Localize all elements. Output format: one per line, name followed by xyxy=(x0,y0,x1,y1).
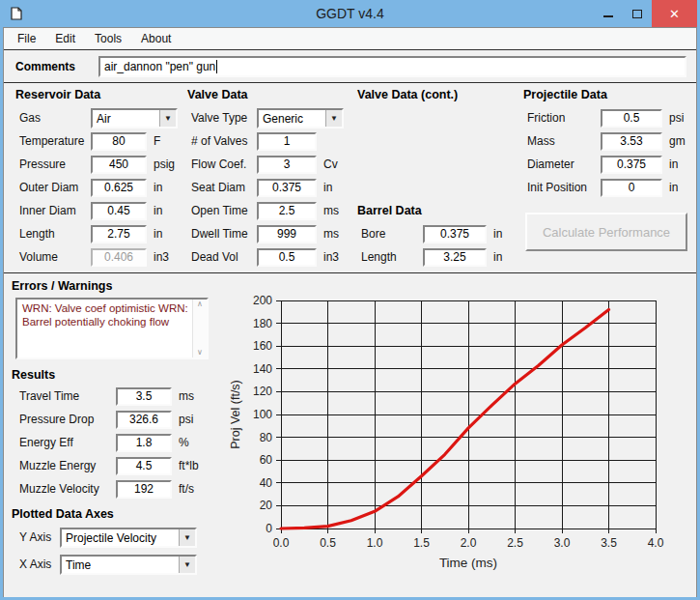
flow-coef-field[interactable]: 3 xyxy=(257,156,317,174)
reservoir-data-section: Reservoir Data Gas Air ▼ Temperature 80 … xyxy=(12,83,182,269)
seat-diam-unit: in xyxy=(323,181,332,194)
calculate-performance-button[interactable]: Calculate Performance xyxy=(525,213,687,251)
comments-input[interactable]: air_dannon "pen" gun xyxy=(98,56,686,77)
init-position-label: Init Position xyxy=(519,181,601,194)
inner-diam-unit: in xyxy=(154,204,162,217)
comments-label: Comments xyxy=(15,60,98,73)
energy-eff-label: Energy Eff xyxy=(15,436,116,449)
dwell-time-label: Dwell Time xyxy=(183,227,257,241)
reservoir-length-unit: in xyxy=(154,227,162,241)
mass-label: Mass xyxy=(519,134,601,148)
friction-unit: psi xyxy=(669,111,684,125)
muzzle-energy-label: Muzzle Energy xyxy=(15,459,116,472)
svg-text:3.5: 3.5 xyxy=(601,536,617,550)
pressure-unit: psig xyxy=(154,157,175,171)
valve-type-select[interactable]: Generic ▼ xyxy=(257,108,344,129)
energy-eff-field: 1.8 xyxy=(116,434,172,452)
close-icon: ✕ xyxy=(669,7,680,21)
pressure-label: Pressure xyxy=(12,157,91,171)
scroll-up-icon[interactable]: ∧ xyxy=(197,300,203,308)
reservoir-length-label: Length xyxy=(12,227,91,241)
num-valves-field[interactable]: 1 xyxy=(257,132,317,151)
volume-field: 0.406 xyxy=(91,248,147,267)
init-position-unit: in xyxy=(669,181,678,194)
diameter-field[interactable]: 0.375 xyxy=(601,156,662,174)
init-position-field[interactable]: 0 xyxy=(601,179,662,197)
svg-text:20: 20 xyxy=(260,499,273,512)
gas-label: Gas xyxy=(12,111,91,125)
chevron-down-icon[interactable]: ▼ xyxy=(179,529,195,546)
chevron-down-icon[interactable]: ▼ xyxy=(325,110,342,127)
barrel-length-unit: in xyxy=(493,250,502,264)
comments-row: Comments air_dannon "pen" gun xyxy=(4,50,696,82)
menu-item-file[interactable]: File xyxy=(8,30,45,47)
reservoir-header: Reservoir Data xyxy=(12,83,182,106)
warnings-scrollbar[interactable]: ∧ ∨ xyxy=(192,300,207,357)
volume-label: Volume xyxy=(12,250,91,264)
warnings-text: WRN: Valve coef optimistic WRN: Barrel p… xyxy=(17,300,192,357)
svg-text:3.0: 3.0 xyxy=(554,536,571,550)
chevron-down-icon[interactable]: ▼ xyxy=(159,110,176,127)
svg-text:160: 160 xyxy=(253,339,272,353)
projectile-header: Projectile Data xyxy=(519,83,695,106)
open-time-field[interactable]: 2.5 xyxy=(257,202,317,220)
chart-ylabel: Proj Vel (ft/s) xyxy=(229,380,242,449)
svg-text:40: 40 xyxy=(260,476,273,490)
temperature-field[interactable]: 80 xyxy=(91,132,147,151)
barrel-header: Barrel Data xyxy=(353,199,519,222)
valve-type-value: Generic xyxy=(259,110,325,127)
scroll-down-icon[interactable]: ∨ xyxy=(197,349,203,357)
muzzle-velocity-unit: ft/s xyxy=(179,482,194,496)
maximize-button[interactable] xyxy=(623,0,652,27)
dwell-time-field[interactable]: 999 xyxy=(257,225,317,243)
menu-item-about[interactable]: About xyxy=(131,30,181,47)
seat-diam-field[interactable]: 0.375 xyxy=(257,179,317,197)
travel-time-unit: ms xyxy=(179,389,194,403)
valve-header: Valve Data xyxy=(183,83,351,106)
menu-item-tools[interactable]: Tools xyxy=(85,30,131,47)
comments-value: air_dannon "pen" gun xyxy=(104,60,215,73)
bore-field[interactable]: 0.375 xyxy=(423,225,487,243)
left-panel: Errors / Warnings WRN: Valve coef optimi… xyxy=(4,273,222,596)
svg-text:200: 200 xyxy=(253,294,272,307)
diameter-unit: in xyxy=(669,157,678,171)
muzzle-energy-unit: ft*lb xyxy=(179,459,199,472)
outer-diam-field[interactable]: 0.625 xyxy=(91,179,147,197)
titlebar: GGDT v4.4 ✕ xyxy=(3,0,697,27)
x-axis-select[interactable]: Time ▼ xyxy=(60,555,197,575)
muzzle-velocity-field: 192 xyxy=(116,480,172,499)
inner-diam-label: Inner Diam xyxy=(12,204,91,217)
errors-warnings-header: Errors / Warnings xyxy=(4,279,222,293)
num-valves-label: # of Valves xyxy=(183,134,257,148)
energy-eff-unit: % xyxy=(179,436,189,449)
svg-text:0.5: 0.5 xyxy=(320,536,336,550)
close-button[interactable]: ✕ xyxy=(652,0,697,27)
pressure-drop-field: 326.6 xyxy=(116,411,172,429)
pressure-drop-unit: psi xyxy=(179,413,193,426)
chevron-down-icon[interactable]: ▼ xyxy=(179,557,195,573)
y-axis-select[interactable]: Projectile Velocity ▼ xyxy=(60,528,197,548)
dead-vol-field[interactable]: 0.5 xyxy=(257,248,317,267)
gas-select[interactable]: Air ▼ xyxy=(91,108,178,129)
minimize-button[interactable] xyxy=(594,0,623,27)
mass-field[interactable]: 3.53 xyxy=(601,132,662,151)
pressure-field[interactable]: 450 xyxy=(91,156,147,174)
svg-text:1.0: 1.0 xyxy=(367,536,383,550)
menu-item-edit[interactable]: Edit xyxy=(45,30,85,47)
errors-warnings-box[interactable]: WRN: Valve coef optimistic WRN: Barrel p… xyxy=(15,298,209,359)
friction-field[interactable]: 0.5 xyxy=(601,109,662,128)
svg-text:100: 100 xyxy=(253,408,272,421)
valve-type-label: Valve Type xyxy=(183,111,257,125)
pressure-drop-label: Pressure Drop xyxy=(15,413,116,426)
inner-diam-field[interactable]: 0.45 xyxy=(91,202,147,220)
reservoir-length-field[interactable]: 2.75 xyxy=(91,225,147,243)
svg-text:2.5: 2.5 xyxy=(507,536,523,550)
outer-diam-unit: in xyxy=(154,181,162,194)
window-content: File Edit Tools About Comments air_danno… xyxy=(3,27,697,597)
outer-diam-label: Outer Diam xyxy=(12,181,91,194)
x-axis-value: Time xyxy=(62,557,179,573)
svg-text:120: 120 xyxy=(253,385,272,398)
form-area: Reservoir Data Gas Air ▼ Temperature 80 … xyxy=(4,83,696,272)
warning-line: WRN: Valve coef optimistic xyxy=(22,302,155,314)
barrel-length-field[interactable]: 3.25 xyxy=(423,248,487,267)
